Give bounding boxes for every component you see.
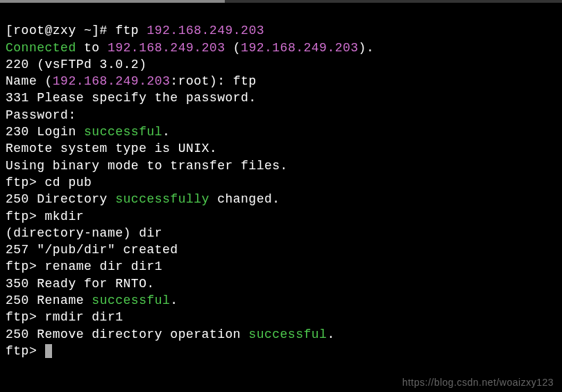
response-220: 220 (vsFTPd 3.0.2)	[6, 58, 146, 71]
ftp-host-ip: 192.168.249.203	[146, 24, 264, 37]
response-257: 257 "/pub/dir" created	[6, 243, 178, 257]
response-250c-pre: 250 Remove directory operation	[6, 327, 248, 341]
connected-ip2: 192.168.249.203	[241, 41, 359, 55]
window-topbar	[0, 0, 562, 3]
successful-text: successful	[84, 125, 162, 139]
response-331: 331 Please specify the password.	[6, 91, 257, 105]
ftp-rmdir-cmd: ftp> rmdir dir1	[6, 310, 124, 324]
binary-mode: Using binary mode to transfer files.	[6, 159, 288, 173]
response-350: 350 Ready for RNTO.	[6, 277, 155, 291]
name-post: :root): ftp	[170, 74, 256, 88]
ftp-mkdir-cmd: ftp> mkdir	[6, 210, 84, 223]
password-prompt: Password:	[6, 108, 76, 122]
name-pre: Name (	[6, 74, 53, 88]
response-230-pre: 230 Login	[6, 125, 84, 139]
ftp-prompt: ftp>	[6, 344, 45, 358]
name-ip: 192.168.249.203	[53, 74, 171, 88]
shell-prompt: [root@zxy ~]#	[6, 24, 115, 37]
successfully-text: successfully	[115, 192, 210, 206]
response-250b-post: .	[170, 293, 178, 307]
response-250b-pre: 250 Rename	[6, 293, 92, 307]
remote-system: Remote system type is UNIX.	[6, 142, 217, 155]
paren-open: (	[225, 41, 241, 55]
paren-close: ).	[359, 41, 375, 55]
watermark-text: https://blog.csdn.net/woaizxy123	[402, 377, 554, 388]
response-230-post: .	[162, 125, 170, 139]
ftp-command: ftp	[115, 24, 146, 37]
response-250c-post: .	[327, 327, 334, 341]
terminal-output[interactable]: [root@zxy ~]# ftp 192.168.249.203 Connec…	[6, 6, 556, 359]
ftp-rename-cmd: ftp> rename dir dir1	[6, 259, 162, 273]
successful-text-3: successful	[248, 327, 327, 341]
response-250a-pre: 250 Directory	[6, 192, 115, 206]
successful-text-2: successful	[92, 293, 170, 307]
terminal-cursor[interactable]	[45, 344, 52, 358]
connected-label: Connected	[6, 41, 76, 55]
connected-ip1: 192.168.249.203	[108, 41, 225, 55]
response-250a-post: changed.	[210, 192, 280, 206]
directory-name: (directory-name) dir	[6, 226, 162, 240]
ftp-cd-cmd: ftp> cd pub	[6, 176, 92, 189]
connected-text: to	[76, 41, 108, 55]
